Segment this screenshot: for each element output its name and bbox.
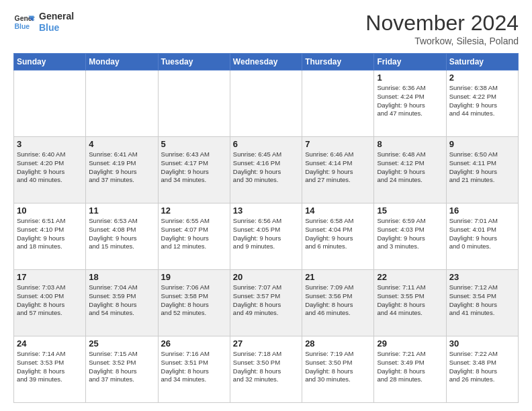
day-info: Sunrise: 6:56 AM Sunset: 4:05 PM Dayligh… <box>233 217 299 251</box>
table-row <box>14 71 86 137</box>
calendar-week-row-0: 1Sunrise: 6:36 AM Sunset: 4:24 PM Daylig… <box>14 71 519 137</box>
day-number: 18 <box>89 272 154 282</box>
table-row <box>302 71 374 137</box>
table-row: 4Sunrise: 6:41 AM Sunset: 4:19 PM Daylig… <box>86 137 158 203</box>
day-number: 16 <box>449 205 515 216</box>
day-info: Sunrise: 7:09 AM Sunset: 3:56 PM Dayligh… <box>305 283 371 318</box>
day-number: 14 <box>305 205 371 216</box>
day-number: 4 <box>89 139 154 149</box>
day-info: Sunrise: 6:51 AM Sunset: 4:10 PM Dayligh… <box>17 217 83 251</box>
day-info: Sunrise: 7:22 AM Sunset: 3:48 PM Dayligh… <box>449 350 515 384</box>
day-info: Sunrise: 6:45 AM Sunset: 4:16 PM Dayligh… <box>233 150 299 185</box>
table-row: 6Sunrise: 6:45 AM Sunset: 4:16 PM Daylig… <box>230 137 302 203</box>
header-monday: Monday <box>86 54 158 71</box>
day-info: Sunrise: 7:18 AM Sunset: 3:50 PM Dayligh… <box>233 350 299 384</box>
table-row <box>158 71 230 137</box>
day-info: Sunrise: 7:19 AM Sunset: 3:50 PM Dayligh… <box>305 350 371 384</box>
calendar-table: Sunday Monday Tuesday Wednesday Thursday… <box>13 53 519 403</box>
table-row: 29Sunrise: 7:21 AM Sunset: 3:49 PM Dayli… <box>374 336 446 403</box>
day-number: 10 <box>17 205 83 216</box>
title-block: November 2024 Tworkow, Silesia, Poland <box>365 11 519 46</box>
day-number: 20 <box>233 272 299 282</box>
day-number: 7 <box>305 139 371 149</box>
calendar-week-row-2: 10Sunrise: 6:51 AM Sunset: 4:10 PM Dayli… <box>14 203 519 270</box>
day-number: 3 <box>17 139 83 149</box>
table-row: 12Sunrise: 6:55 AM Sunset: 4:07 PM Dayli… <box>158 203 230 270</box>
logo-text-line2: Blue <box>39 22 74 34</box>
logo-icon: General Blue <box>13 11 35 33</box>
table-row: 20Sunrise: 7:07 AM Sunset: 3:57 PM Dayli… <box>230 270 302 336</box>
day-number: 15 <box>377 205 443 216</box>
day-number: 21 <box>305 272 371 282</box>
month-title: November 2024 <box>365 11 519 36</box>
day-info: Sunrise: 7:01 AM Sunset: 4:01 PM Dayligh… <box>449 217 515 251</box>
table-row: 16Sunrise: 7:01 AM Sunset: 4:01 PM Dayli… <box>446 203 518 270</box>
table-row: 11Sunrise: 6:53 AM Sunset: 4:08 PM Dayli… <box>86 203 158 270</box>
day-number: 23 <box>449 272 515 282</box>
day-info: Sunrise: 6:46 AM Sunset: 4:14 PM Dayligh… <box>305 150 371 185</box>
day-info: Sunrise: 7:04 AM Sunset: 3:59 PM Dayligh… <box>89 283 154 318</box>
day-number: 22 <box>377 272 443 282</box>
day-number: 13 <box>233 205 299 216</box>
calendar-week-row-3: 17Sunrise: 7:03 AM Sunset: 4:00 PM Dayli… <box>14 270 519 336</box>
logo: General Blue General Blue <box>13 11 74 34</box>
table-row: 25Sunrise: 7:15 AM Sunset: 3:52 PM Dayli… <box>86 336 158 403</box>
table-row <box>230 71 302 137</box>
table-row: 19Sunrise: 7:06 AM Sunset: 3:58 PM Dayli… <box>158 270 230 336</box>
day-info: Sunrise: 6:53 AM Sunset: 4:08 PM Dayligh… <box>89 217 154 251</box>
table-row: 2Sunrise: 6:38 AM Sunset: 4:22 PM Daylig… <box>446 71 518 137</box>
day-number: 12 <box>161 205 227 216</box>
day-info: Sunrise: 6:36 AM Sunset: 4:24 PM Dayligh… <box>377 84 443 118</box>
day-number: 24 <box>17 338 83 349</box>
day-number: 25 <box>89 338 154 349</box>
table-row: 9Sunrise: 6:50 AM Sunset: 4:11 PM Daylig… <box>446 137 518 203</box>
day-number: 8 <box>377 139 443 149</box>
day-info: Sunrise: 7:12 AM Sunset: 3:54 PM Dayligh… <box>449 283 515 318</box>
day-info: Sunrise: 6:58 AM Sunset: 4:04 PM Dayligh… <box>305 217 371 251</box>
day-info: Sunrise: 6:59 AM Sunset: 4:03 PM Dayligh… <box>377 217 443 251</box>
header-sunday: Sunday <box>14 54 86 71</box>
header-thursday: Thursday <box>302 54 374 71</box>
table-row: 7Sunrise: 6:46 AM Sunset: 4:14 PM Daylig… <box>302 137 374 203</box>
day-number: 27 <box>233 338 299 349</box>
table-row: 8Sunrise: 6:48 AM Sunset: 4:12 PM Daylig… <box>374 137 446 203</box>
table-row: 10Sunrise: 6:51 AM Sunset: 4:10 PM Dayli… <box>14 203 86 270</box>
day-number: 5 <box>161 139 227 149</box>
calendar-week-row-4: 24Sunrise: 7:14 AM Sunset: 3:53 PM Dayli… <box>14 336 519 403</box>
day-info: Sunrise: 7:14 AM Sunset: 3:53 PM Dayligh… <box>17 350 83 384</box>
day-info: Sunrise: 6:50 AM Sunset: 4:11 PM Dayligh… <box>449 150 515 185</box>
day-info: Sunrise: 6:43 AM Sunset: 4:17 PM Dayligh… <box>161 150 227 185</box>
day-number: 28 <box>305 338 371 349</box>
table-row: 28Sunrise: 7:19 AM Sunset: 3:50 PM Dayli… <box>302 336 374 403</box>
table-row: 22Sunrise: 7:11 AM Sunset: 3:55 PM Dayli… <box>374 270 446 336</box>
day-number: 17 <box>17 272 83 282</box>
day-info: Sunrise: 7:21 AM Sunset: 3:49 PM Dayligh… <box>377 350 443 384</box>
table-row: 27Sunrise: 7:18 AM Sunset: 3:50 PM Dayli… <box>230 336 302 403</box>
location: Tworkow, Silesia, Poland <box>365 36 519 46</box>
day-info: Sunrise: 7:06 AM Sunset: 3:58 PM Dayligh… <box>161 283 227 318</box>
day-info: Sunrise: 6:48 AM Sunset: 4:12 PM Dayligh… <box>377 150 443 185</box>
day-info: Sunrise: 6:38 AM Sunset: 4:22 PM Dayligh… <box>449 84 515 118</box>
table-row: 3Sunrise: 6:40 AM Sunset: 4:20 PM Daylig… <box>14 137 86 203</box>
header-friday: Friday <box>374 54 446 71</box>
day-number: 9 <box>449 139 515 149</box>
table-row: 26Sunrise: 7:16 AM Sunset: 3:51 PM Dayli… <box>158 336 230 403</box>
svg-text:Blue: Blue <box>15 22 30 30</box>
day-number: 30 <box>449 338 515 349</box>
day-info: Sunrise: 7:07 AM Sunset: 3:57 PM Dayligh… <box>233 283 299 318</box>
header-wednesday: Wednesday <box>230 54 302 71</box>
logo-text-line1: General <box>39 11 74 22</box>
table-row: 1Sunrise: 6:36 AM Sunset: 4:24 PM Daylig… <box>374 71 446 137</box>
header-saturday: Saturday <box>446 54 518 71</box>
day-info: Sunrise: 7:03 AM Sunset: 4:00 PM Dayligh… <box>17 283 83 318</box>
day-number: 19 <box>161 272 227 282</box>
calendar-week-row-1: 3Sunrise: 6:40 AM Sunset: 4:20 PM Daylig… <box>14 137 519 203</box>
table-row <box>86 71 158 137</box>
page: General Blue General Blue November 2024 … <box>0 0 532 411</box>
header-tuesday: Tuesday <box>158 54 230 71</box>
table-row: 23Sunrise: 7:12 AM Sunset: 3:54 PM Dayli… <box>446 270 518 336</box>
table-row: 5Sunrise: 6:43 AM Sunset: 4:17 PM Daylig… <box>158 137 230 203</box>
day-info: Sunrise: 7:16 AM Sunset: 3:51 PM Dayligh… <box>161 350 227 384</box>
day-number: 26 <box>161 338 227 349</box>
table-row: 30Sunrise: 7:22 AM Sunset: 3:48 PM Dayli… <box>446 336 518 403</box>
